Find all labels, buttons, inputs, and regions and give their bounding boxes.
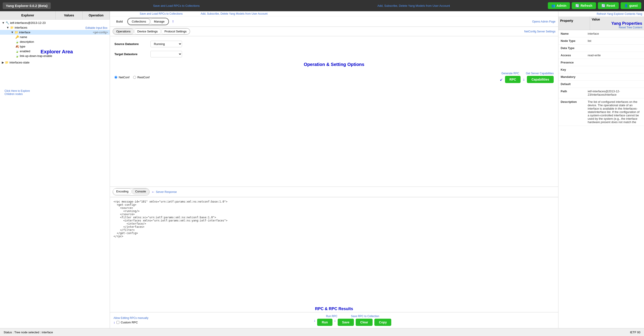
admin-button[interactable]: 👥 Admin [548,2,570,9]
main-layout: Explorer Values Operation ▼ 🔧 ietf-inter… [0,11,644,328]
property-row: DescriptionThe list of configured interf… [558,98,644,126]
reset-button[interactable]: 🔄 Reset [598,2,619,9]
property-header: Property [558,17,590,30]
rpc-button[interactable]: RPC [505,76,521,83]
guest-icon: 👤 [624,4,628,7]
guest-button[interactable]: 👤 guest [620,2,641,9]
expand-icon: ▶ [2,61,4,64]
netconfig-annotation: NetConfig Server Settings [524,30,556,33]
prop-value-cell: list [586,37,644,44]
save-arrow: ↓ [334,319,336,326]
collapse-icon3: ▼ [11,31,14,34]
property-row: Node Typelist [558,37,644,44]
tab-console[interactable]: Console [132,188,149,194]
prop-key-cell: Default [558,81,586,88]
allow-editing-area: Allow Editing RPCs manually ↓ Custom RPC [114,317,148,324]
rpc-row: NetConf RestConf Generate RPC Get Server… [114,71,554,83]
prop-value-cell: ietf-interfaces@2013-12-23/interfaces/in… [586,88,644,98]
run-button[interactable]: Run [317,319,332,326]
type-label: type [20,45,26,48]
middle-panel: Save and Load RPCs to Collections Add, S… [110,11,558,328]
source-datastore-select[interactable]: Running Candidate Startup [150,41,182,47]
prop-value-cell [586,66,644,73]
tree-item-link-up[interactable]: 🍃 link-up-down-trap-enable [0,53,110,58]
sub-tab-operations[interactable]: Operations [113,28,134,34]
tree-item-enabled[interactable]: 🍃 enabled [0,49,110,53]
properties-content: NameinterfaceNode TypelistData TypeAcces… [558,30,644,328]
property-row: Nameinterface [558,30,644,37]
folder-icon: 📁 [10,26,14,29]
interface-label: interface [19,31,30,34]
refresh-yang-annotation: Refresh Yang Explorer Contents Yang [597,12,642,15]
status-bar: Status : Tree node selected : interface … [0,328,644,336]
generate-annotation-area: Generate RPC [502,71,519,75]
console-arrow: ← [151,190,155,194]
sub-tab-device-settings[interactable]: Device Settings [134,28,161,34]
bottom-actions: Allow Editing RPCs manually ↓ Custom RPC… [110,312,558,328]
link-up-label: link-up-down-trap-enable [20,54,52,58]
tab-collections[interactable]: Collections [128,18,150,25]
tree-item-interfaces-state[interactable]: ▶ 📁 interfaces-state [0,60,110,65]
leaf-green3-icon: 🍃 [15,54,19,58]
tree-item-description[interactable]: 🍃 description [0,39,110,44]
clear-button[interactable]: Clear [356,319,372,326]
annotations-row: Generate RPC Get Server Capabilities [502,71,554,75]
tabs-circle-group: Collections Manage [127,18,169,25]
interfaces-label: interfaces [15,26,27,29]
save-button[interactable]: Save [338,319,354,326]
capabilities-button[interactable]: Capabilities [527,76,554,83]
collapse-icon2: ▼ [6,26,9,29]
app-title: Yang Explorer 0.0.2 (Beta) [3,2,51,9]
leaf-green-icon: 🍃 [15,40,19,43]
yang-annotation-header: Refresh Yang Explorer Contents Yang [558,11,644,17]
source-datastore-label: Source Datastore [114,42,150,46]
tab-manage[interactable]: Manage [150,18,168,25]
tab-build[interactable]: Build [113,19,126,24]
operation-title: Operation & Setting Options [114,62,554,67]
restconf-label: RestConf [138,76,150,79]
property-row: Default [558,81,644,88]
console-area: Encoding Console ← Server Response <rpc … [110,187,558,328]
target-datastore-row: Target Datastore [114,51,554,57]
custom-rpc-label: Custom RPC [121,321,138,324]
prop-key-cell: Description [558,98,586,126]
tree-item-ietf-interfaces[interactable]: ▼ 🔧 ietf-interfaces@2013-12-23 [0,20,110,25]
prop-key-cell: Key [558,66,586,73]
sub-tab-protocol-settings[interactable]: Protocol Settings [161,28,190,34]
tree-item-name[interactable]: 🔑 name [0,35,110,39]
arrow-down1: ↙ [500,77,503,82]
refresh-button[interactable]: 🔄 Refresh [572,2,596,9]
radio-group: NetConf RestConf [114,76,150,79]
description-label: description [20,40,34,43]
server-response-annotation: Server Response [156,190,177,194]
sub-tabs: Operations Device Settings Protocol Sett… [110,27,558,36]
enabled-label: enabled [20,49,30,53]
custom-rpc-row: ↓ Custom RPC [114,321,138,324]
netconf-radio-label[interactable]: NetConf [114,76,130,79]
tab-annotation: ↑ [172,19,174,24]
folder-icon2: 📁 [15,31,18,34]
restconf-radio-label[interactable]: RestConf [133,76,150,79]
custom-rpc-checkbox[interactable] [116,321,120,324]
tree-item-type[interactable]: 🍂 type [0,44,110,49]
arrow-down2: ↓ [523,77,524,81]
right-panel: Refresh Yang Explorer Contents Yang Prop… [558,11,644,328]
value-header: Value [592,17,600,21]
admin-icon: 👥 [552,4,555,7]
action-buttons: ↓ Run ↓ Save Clear Copy [314,319,391,326]
prop-key-cell: Data Type [558,44,586,52]
copy-button[interactable]: Copy [374,319,391,326]
target-datastore-select[interactable] [150,51,182,57]
left-panel: Explorer Values Operation ▼ 🔧 ietf-inter… [0,11,110,328]
save-rpc-annotation: Save RPC to Collection [351,315,379,318]
tab-encoding[interactable]: Encoding [113,188,132,194]
tree-item-interface[interactable]: ▼ 📁 interface <get-config> [0,30,110,35]
property-row: Presence [558,59,644,66]
leaf-red-icon: 🍂 [15,45,19,48]
name-label: name [20,35,27,39]
netconf-radio[interactable] [114,76,117,79]
restconf-radio[interactable] [133,76,136,79]
prop-key-cell: Access [558,52,586,59]
prop-value-cell [586,44,644,52]
property-row: Accessread-write [558,52,644,59]
